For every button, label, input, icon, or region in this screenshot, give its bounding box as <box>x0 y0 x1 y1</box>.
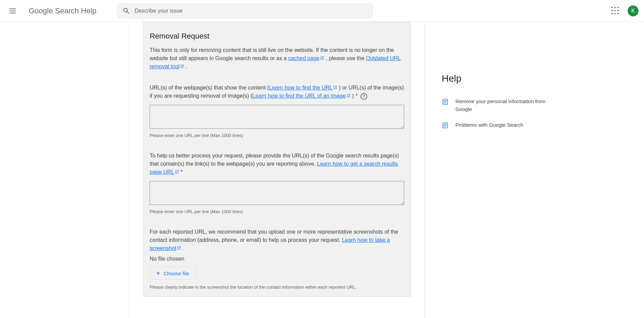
form-title: Removal Request <box>150 32 404 41</box>
page-title: Google Search Help <box>29 6 96 15</box>
field3-post: . <box>181 245 184 251</box>
cached-page-link[interactable]: cached page <box>288 55 325 61</box>
field1-pre: URL(s) of the webpage(s) that show the c… <box>150 85 269 91</box>
external-link-icon <box>175 170 179 174</box>
urls-hint: Please enter one URL per line (Max 1000 … <box>150 133 404 138</box>
form-card: Removal Request This form is only for re… <box>143 22 411 297</box>
article-icon <box>442 98 449 105</box>
main-layout: Removal Request This form is only for re… <box>0 22 644 318</box>
external-link-icon <box>333 85 337 89</box>
intro-text-2: , please use the <box>324 55 366 61</box>
help-sidebar: Help Remove your personal information fr… <box>425 22 558 318</box>
sidebar-item-label: Remove your personal information from Go… <box>455 98 548 113</box>
no-file-text: No file chosen <box>150 256 404 262</box>
header: Google Search Help K <box>0 0 644 22</box>
apps-icon[interactable] <box>608 4 622 18</box>
urls-field-label: URL(s) of the webpage(s) that show the c… <box>150 84 404 100</box>
search-container <box>117 3 373 19</box>
sidebar-item-label: Problems with Google Search <box>455 121 523 129</box>
header-right: K <box>608 4 639 18</box>
choose-file-label: Choose file <box>164 271 189 276</box>
sidebar-item-remove-info[interactable]: Remove your personal information from Go… <box>442 94 548 117</box>
screenshot-field-label: For each reported URL, we recommend that… <box>150 228 404 252</box>
external-link-icon <box>320 56 324 60</box>
external-link-icon <box>177 246 181 250</box>
external-link-icon <box>346 94 351 98</box>
external-link-icon <box>180 64 184 68</box>
help-icon[interactable]: ? <box>360 93 367 100</box>
sidebar-title: Help <box>442 73 548 84</box>
search-urls-hint: Please enter one URL per line (Max 1000 … <box>150 209 404 214</box>
field2-post: * <box>179 169 183 175</box>
plus-icon: + <box>156 270 160 277</box>
search-icon <box>122 7 131 15</box>
avatar[interactable]: K <box>628 5 639 16</box>
search-urls-textarea[interactable] <box>150 181 404 205</box>
choose-file-button[interactable]: + Choose file <box>150 267 196 280</box>
urls-textarea[interactable] <box>150 105 404 129</box>
find-url-link[interactable]: Learn how to find the URL <box>269 85 338 91</box>
search-urls-field-label: To help us better process your request, … <box>150 152 404 176</box>
form-intro: This form is only for removing content t… <box>150 46 404 71</box>
search-input[interactable] <box>135 8 368 14</box>
content-wrapper: Removal Request This form is only for re… <box>129 22 425 318</box>
menu-icon[interactable] <box>5 3 22 19</box>
article-icon <box>442 122 449 129</box>
find-image-url-link[interactable]: Learn how to find the URL of an image <box>252 93 351 99</box>
upload-note: Please clearly indicate in the screensho… <box>150 285 404 290</box>
intro-text-3: . <box>184 64 187 69</box>
sidebar-item-problems[interactable]: Problems with Google Search <box>442 117 548 133</box>
field1-post: ) * <box>351 93 357 99</box>
